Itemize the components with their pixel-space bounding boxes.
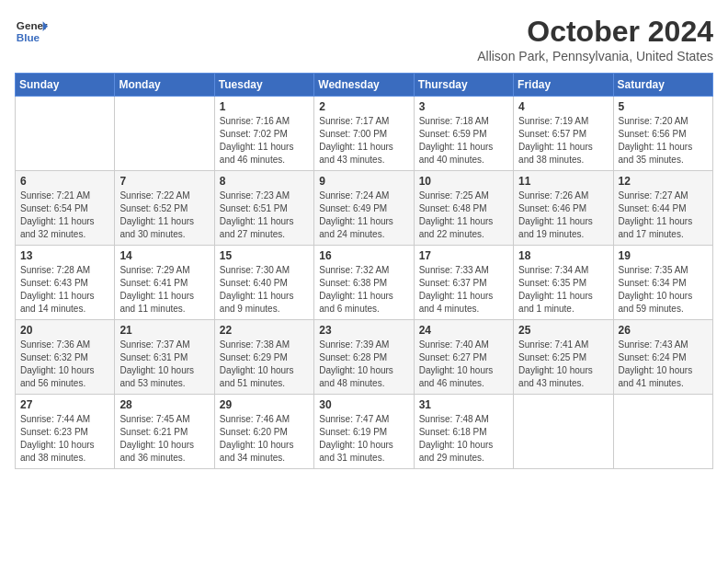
calendar-cell: 20Sunrise: 7:36 AM Sunset: 6:32 PM Dayli…: [16, 320, 115, 395]
day-number: 19: [619, 249, 708, 262]
calendar-cell: 31Sunrise: 7:48 AM Sunset: 6:18 PM Dayli…: [414, 395, 513, 469]
day-detail: Sunrise: 7:36 AM Sunset: 6:32 PM Dayligh…: [20, 339, 109, 390]
day-number: 12: [619, 175, 708, 188]
day-detail: Sunrise: 7:38 AM Sunset: 6:29 PM Dayligh…: [220, 339, 309, 390]
day-number: 29: [220, 398, 309, 411]
day-detail: Sunrise: 7:41 AM Sunset: 6:25 PM Dayligh…: [518, 339, 608, 390]
day-number: 13: [20, 249, 109, 262]
day-detail: Sunrise: 7:30 AM Sunset: 6:40 PM Dayligh…: [220, 264, 309, 316]
calendar-header-row: SundayMondayTuesdayWednesdayThursdayFrid…: [16, 74, 713, 97]
day-detail: Sunrise: 7:34 AM Sunset: 6:35 PM Dayligh…: [518, 264, 608, 316]
calendar-cell: 19Sunrise: 7:35 AM Sunset: 6:34 PM Dayli…: [613, 246, 712, 320]
day-detail: Sunrise: 7:16 AM Sunset: 7:02 PM Dayligh…: [220, 115, 309, 167]
day-number: 5: [619, 100, 708, 113]
calendar-cell: 7Sunrise: 7:22 AM Sunset: 6:52 PM Daylig…: [115, 171, 214, 246]
day-number: 31: [419, 398, 508, 411]
day-number: 6: [20, 175, 109, 188]
calendar-body: 1Sunrise: 7:16 AM Sunset: 7:02 PM Daylig…: [16, 97, 713, 469]
calendar-cell: 25Sunrise: 7:41 AM Sunset: 6:25 PM Dayli…: [514, 320, 613, 395]
day-number: 21: [119, 324, 209, 337]
day-number: 26: [619, 324, 708, 337]
month-title: October 2024: [477, 15, 713, 49]
logo-icon: General Blue: [15, 15, 48, 48]
day-detail: Sunrise: 7:40 AM Sunset: 6:27 PM Dayligh…: [419, 339, 508, 390]
calendar-cell: 28Sunrise: 7:45 AM Sunset: 6:21 PM Dayli…: [115, 395, 214, 469]
day-detail: Sunrise: 7:18 AM Sunset: 6:59 PM Dayligh…: [419, 115, 508, 167]
calendar-cell: 1Sunrise: 7:16 AM Sunset: 7:02 PM Daylig…: [214, 97, 313, 171]
svg-text:Blue: Blue: [17, 31, 40, 43]
day-number: 24: [419, 324, 508, 337]
day-number: 20: [20, 324, 109, 337]
calendar-week-1: 1Sunrise: 7:16 AM Sunset: 7:02 PM Daylig…: [16, 97, 713, 171]
day-detail: Sunrise: 7:26 AM Sunset: 6:46 PM Dayligh…: [518, 190, 608, 241]
day-number: 11: [518, 175, 608, 188]
day-number: 9: [319, 175, 408, 188]
day-detail: Sunrise: 7:45 AM Sunset: 6:21 PM Dayligh…: [119, 413, 209, 465]
calendar-cell: 3Sunrise: 7:18 AM Sunset: 6:59 PM Daylig…: [414, 97, 513, 171]
calendar-cell: 26Sunrise: 7:43 AM Sunset: 6:24 PM Dayli…: [613, 320, 712, 395]
logo: General Blue: [15, 15, 48, 48]
calendar-cell: 15Sunrise: 7:30 AM Sunset: 6:40 PM Dayli…: [214, 246, 313, 320]
calendar-week-4: 20Sunrise: 7:36 AM Sunset: 6:32 PM Dayli…: [16, 320, 713, 395]
day-detail: Sunrise: 7:48 AM Sunset: 6:18 PM Dayligh…: [419, 413, 508, 465]
day-detail: Sunrise: 7:22 AM Sunset: 6:52 PM Dayligh…: [119, 190, 209, 241]
calendar-cell: 6Sunrise: 7:21 AM Sunset: 6:54 PM Daylig…: [16, 171, 115, 246]
day-detail: Sunrise: 7:27 AM Sunset: 6:44 PM Dayligh…: [619, 190, 708, 241]
calendar-cell: [16, 97, 115, 171]
day-detail: Sunrise: 7:43 AM Sunset: 6:24 PM Dayligh…: [619, 339, 708, 390]
day-detail: Sunrise: 7:25 AM Sunset: 6:48 PM Dayligh…: [419, 190, 508, 241]
location: Allison Park, Pennsylvania, United State…: [477, 49, 713, 63]
day-number: 17: [419, 249, 508, 262]
calendar-table: SundayMondayTuesdayWednesdayThursdayFrid…: [15, 73, 713, 469]
day-header-sunday: Sunday: [16, 74, 115, 97]
calendar-cell: [115, 97, 214, 171]
day-header-friday: Friday: [514, 74, 613, 97]
day-detail: Sunrise: 7:19 AM Sunset: 6:57 PM Dayligh…: [518, 115, 608, 167]
day-detail: Sunrise: 7:29 AM Sunset: 6:41 PM Dayligh…: [119, 264, 209, 316]
day-detail: Sunrise: 7:32 AM Sunset: 6:38 PM Dayligh…: [319, 264, 408, 316]
calendar-cell: 9Sunrise: 7:24 AM Sunset: 6:49 PM Daylig…: [314, 171, 414, 246]
day-number: 10: [419, 175, 508, 188]
day-detail: Sunrise: 7:44 AM Sunset: 6:23 PM Dayligh…: [20, 413, 109, 465]
day-detail: Sunrise: 7:28 AM Sunset: 6:43 PM Dayligh…: [20, 264, 109, 316]
calendar-cell: 5Sunrise: 7:20 AM Sunset: 6:56 PM Daylig…: [613, 97, 712, 171]
calendar-cell: 21Sunrise: 7:37 AM Sunset: 6:31 PM Dayli…: [115, 320, 214, 395]
day-detail: Sunrise: 7:47 AM Sunset: 6:19 PM Dayligh…: [319, 413, 408, 465]
day-number: 22: [220, 324, 309, 337]
day-number: 23: [319, 324, 408, 337]
calendar-cell: 12Sunrise: 7:27 AM Sunset: 6:44 PM Dayli…: [613, 171, 712, 246]
day-number: 28: [119, 398, 209, 411]
calendar-cell: 22Sunrise: 7:38 AM Sunset: 6:29 PM Dayli…: [214, 320, 313, 395]
day-detail: Sunrise: 7:20 AM Sunset: 6:56 PM Dayligh…: [619, 115, 708, 167]
day-number: 16: [319, 249, 408, 262]
calendar-cell: 8Sunrise: 7:23 AM Sunset: 6:51 PM Daylig…: [214, 171, 313, 246]
calendar-cell: 10Sunrise: 7:25 AM Sunset: 6:48 PM Dayli…: [414, 171, 513, 246]
day-header-tuesday: Tuesday: [214, 74, 313, 97]
day-number: 8: [220, 175, 309, 188]
calendar-cell: [613, 395, 712, 469]
title-block: October 2024 Allison Park, Pennsylvania,…: [477, 15, 713, 63]
calendar-week-3: 13Sunrise: 7:28 AM Sunset: 6:43 PM Dayli…: [16, 246, 713, 320]
day-number: 4: [518, 100, 608, 113]
day-number: 3: [419, 100, 508, 113]
calendar-cell: 13Sunrise: 7:28 AM Sunset: 6:43 PM Dayli…: [16, 246, 115, 320]
day-number: 18: [518, 249, 608, 262]
calendar-cell: 4Sunrise: 7:19 AM Sunset: 6:57 PM Daylig…: [514, 97, 613, 171]
calendar-cell: 17Sunrise: 7:33 AM Sunset: 6:37 PM Dayli…: [414, 246, 513, 320]
calendar-week-2: 6Sunrise: 7:21 AM Sunset: 6:54 PM Daylig…: [16, 171, 713, 246]
day-number: 14: [119, 249, 209, 262]
day-detail: Sunrise: 7:24 AM Sunset: 6:49 PM Dayligh…: [319, 190, 408, 241]
calendar-cell: 18Sunrise: 7:34 AM Sunset: 6:35 PM Dayli…: [514, 246, 613, 320]
calendar-week-5: 27Sunrise: 7:44 AM Sunset: 6:23 PM Dayli…: [16, 395, 713, 469]
calendar-cell: 23Sunrise: 7:39 AM Sunset: 6:28 PM Dayli…: [314, 320, 414, 395]
calendar-cell: 2Sunrise: 7:17 AM Sunset: 7:00 PM Daylig…: [314, 97, 414, 171]
day-number: 15: [220, 249, 309, 262]
day-header-thursday: Thursday: [414, 74, 513, 97]
day-header-saturday: Saturday: [613, 74, 712, 97]
day-number: 1: [220, 100, 309, 113]
day-header-wednesday: Wednesday: [314, 74, 414, 97]
day-number: 25: [518, 324, 608, 337]
day-detail: Sunrise: 7:23 AM Sunset: 6:51 PM Dayligh…: [220, 190, 309, 241]
calendar-cell: 11Sunrise: 7:26 AM Sunset: 6:46 PM Dayli…: [514, 171, 613, 246]
calendar-cell: 16Sunrise: 7:32 AM Sunset: 6:38 PM Dayli…: [314, 246, 414, 320]
